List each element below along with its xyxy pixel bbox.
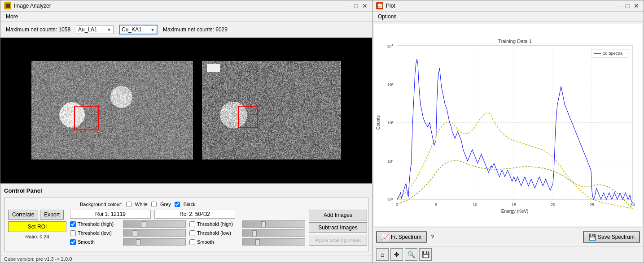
correlate-button[interactable]: Correlate (8, 210, 38, 220)
zoom-tool-button[interactable]: 🔍 (405, 248, 417, 261)
bg-colour-section: Background colour: White Grey Black (8, 202, 364, 207)
close-button[interactable]: ✕ (361, 2, 368, 9)
roi-row: Roi 1: 12119 Roi 2: 50432 (70, 210, 305, 219)
threshold-high-row: Threshold (high) Threshold (high) (70, 220, 305, 228)
set-roi-button[interactable]: Set ROI (8, 221, 66, 232)
version-bar: Cube version: pre v1.3 -> 2.0.0 (0, 255, 372, 263)
plot-close-button[interactable]: ✕ (633, 2, 640, 9)
plot-app-icon: 📈 (376, 2, 383, 9)
right-image-canvas (202, 61, 341, 160)
element-left-value: Au_LA1 (78, 26, 105, 33)
smooth-left-slider[interactable] (123, 238, 186, 246)
smooth-right-label: Smooth (189, 239, 239, 245)
smooth-right-checkbox[interactable] (189, 239, 195, 245)
plot-maximize-button[interactable]: □ (624, 2, 631, 9)
subtract-images-button[interactable]: Subtract Images (309, 222, 367, 233)
plot-toolbar: ⌂ ✥ 🔍 💾 (372, 246, 644, 263)
help-button[interactable]: ? (430, 233, 434, 241)
threshold-low-row: Threshold (low) Threshold (low) (70, 229, 305, 237)
svg-text:Training Data 1: Training Data 1 (498, 39, 532, 44)
svg-text:16 Spectra: 16 Spectra (603, 51, 623, 56)
svg-text:5: 5 (435, 203, 437, 207)
threshold-high-right-slider[interactable] (242, 220, 305, 228)
svg-text:10²: 10² (387, 121, 393, 125)
element-dropdown-right[interactable]: Cu_KA1 ▼ (119, 25, 158, 34)
minimize-button[interactable]: ─ (343, 2, 350, 9)
threshold-low-left-checkbox[interactable] (70, 230, 76, 236)
roi1-input[interactable]: Roi 1: 12119 (70, 210, 151, 219)
threshold-low-left-slider[interactable] (123, 229, 186, 237)
bg-white-label: White (135, 202, 148, 207)
menu-more[interactable]: More (4, 13, 20, 21)
smooth-left-label: Smooth (70, 239, 119, 245)
bg-black-checkbox[interactable] (175, 202, 180, 207)
bg-grey-checkbox[interactable] (151, 202, 157, 207)
smooth-right-slider[interactable] (242, 238, 305, 246)
version-text: Cube version: pre v1.3 -> 2.0.0 (4, 256, 72, 262)
save-spectrum-label: Save Spectrum (598, 234, 635, 240)
roi2-input[interactable]: Roi 2: 50432 (154, 210, 235, 219)
plot-titlebar-left: 📈 Plot (376, 2, 395, 9)
move-icon: ✥ (394, 251, 399, 258)
threshold-high-right-checkbox[interactable] (189, 221, 195, 227)
save-spectrum-icon: 💾 (588, 233, 596, 241)
bg-grey-label: Grey (160, 202, 171, 207)
plot-window: 📈 Plot ─ □ ✕ Options (372, 0, 644, 263)
save-icon: 💾 (422, 251, 429, 258)
left-buttons: Correlate Export Set ROI Ratio: 0.24 (8, 210, 66, 247)
svg-text:20: 20 (551, 203, 555, 207)
maximize-button[interactable]: □ (352, 2, 359, 9)
threshold-low-right-label: Threshold (low) (189, 230, 239, 236)
threshold-low-right-checkbox[interactable] (189, 230, 195, 236)
fit-spectrum-button[interactable]: 📈 Fit Spectrum (376, 231, 427, 243)
image-analyzer-titlebar: ⬛ Image Analyzer ─ □ ✕ (0, 0, 372, 12)
plot-minimize-button[interactable]: ─ (615, 2, 622, 9)
threshold-high-left-label: Threshold (high) (70, 221, 119, 227)
image-analyzer-window: ⬛ Image Analyzer ─ □ ✕ More Maximum net … (0, 0, 372, 263)
image-area (0, 38, 372, 183)
plot-window-controls: ─ □ ✕ (615, 2, 640, 9)
svg-text:10³: 10³ (387, 82, 393, 87)
add-images-button[interactable]: Add Images (309, 210, 367, 220)
save-spectrum-button[interactable]: 💾 Save Spectrum (583, 231, 640, 243)
control-panel: Control Panel Background colour: White G… (0, 183, 372, 255)
svg-text:10¹: 10¹ (387, 159, 393, 164)
app-icon: ⬛ (4, 2, 11, 9)
fit-spectrum-label: Fit Spectrum (391, 234, 421, 240)
svg-text:Counts: Counts (376, 115, 381, 129)
home-icon: ⌂ (381, 251, 384, 258)
svg-text:0: 0 (396, 203, 398, 207)
menu-bar: More (0, 12, 372, 22)
move-tool-button[interactable]: ✥ (390, 248, 403, 261)
cp-inner: Background colour: White Grey Black Corr… (4, 198, 368, 251)
max-counts-left-label: Maximum net counts: 1058 (6, 26, 70, 33)
bg-black-label: Black (184, 202, 196, 207)
threshold-high-right-label: Threshold (high) (189, 221, 239, 227)
threshold-high-left-checkbox[interactable] (70, 221, 76, 227)
ratio-label: Ratio: 0.24 (8, 234, 66, 239)
apply-scaling-mask-button[interactable]: Apply scaling mask (309, 235, 367, 246)
plot-titlebar: 📈 Plot ─ □ ✕ (372, 0, 644, 12)
bg-colour-label: Background colour: (80, 202, 123, 207)
window-title: Image Analyzer (14, 3, 51, 9)
threshold-low-right-slider[interactable] (242, 229, 305, 237)
plot-footer: 📈 Fit Spectrum ? 💾 Save Spectrum (372, 228, 644, 246)
threshold-high-left-slider[interactable] (123, 220, 186, 228)
save-tool-button[interactable]: 💾 (419, 248, 432, 261)
home-tool-button[interactable]: ⌂ (376, 248, 389, 261)
element-right-value: Cu_KA1 (122, 26, 149, 33)
plot-menu-options[interactable]: Options (376, 13, 398, 21)
left-image-canvas (31, 61, 193, 160)
svg-text:10: 10 (473, 203, 477, 207)
export-button[interactable]: Export (40, 210, 64, 220)
right-image (202, 61, 341, 160)
svg-text:25: 25 (590, 203, 594, 207)
svg-text:10⁴: 10⁴ (387, 44, 393, 48)
svg-text:Energy (KeV): Energy (KeV) (501, 209, 529, 214)
window-controls: ─ □ ✕ (343, 2, 368, 9)
bg-white-checkbox[interactable] (126, 202, 131, 207)
smooth-left-checkbox[interactable] (70, 239, 76, 245)
element-dropdown-left[interactable]: Au_LA1 ▼ (76, 25, 114, 34)
zoom-icon: 🔍 (407, 251, 415, 258)
max-counts-right-label: Maximum net counts: 6029 (163, 26, 228, 33)
